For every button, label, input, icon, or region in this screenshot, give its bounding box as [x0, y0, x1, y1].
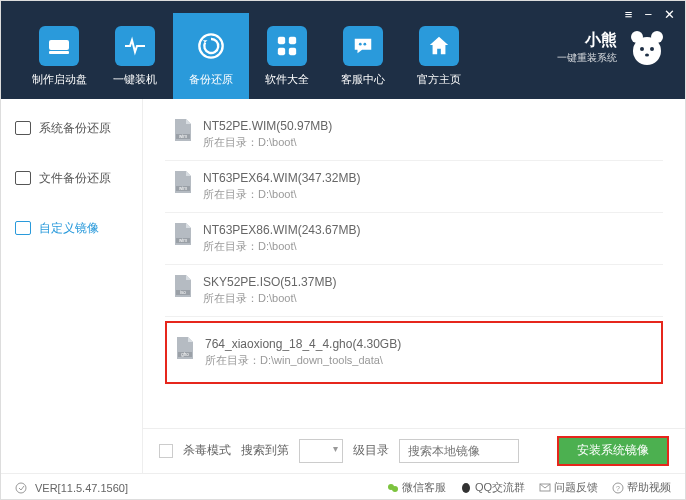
file-name: NT63PEX86.WIM(243.67MB)	[203, 223, 360, 237]
svg-text:wim: wim	[179, 238, 187, 243]
nav-backup-restore[interactable]: 备份还原	[173, 13, 249, 99]
svg-text:iso: iso	[180, 290, 186, 295]
nav-homepage[interactable]: 官方主页	[401, 13, 477, 99]
file-name: SKY52PE.ISO(51.37MB)	[203, 275, 336, 289]
brand-title: 小熊	[557, 30, 617, 51]
file-path: 所在目录：D:\win_down_tools_data\	[205, 353, 401, 368]
footer-link[interactable]: QQ交流群	[460, 480, 525, 495]
svg-point-28	[462, 483, 470, 493]
svg-text:wim: wim	[179, 134, 187, 139]
pulse-icon	[115, 26, 155, 66]
virus-mode-label: 杀毒模式	[183, 442, 231, 459]
file-path: 所在目录：D:\boot\	[203, 291, 336, 306]
file-name: NT52PE.WIM(50.97MB)	[203, 119, 332, 133]
svg-text:?: ?	[616, 485, 620, 492]
svg-point-7	[359, 42, 362, 45]
virus-mode-checkbox[interactable]	[159, 444, 173, 458]
file-path: 所在目录：D:\boot\	[203, 187, 360, 202]
level-select[interactable]	[299, 439, 343, 463]
minimize-button[interactable]: −	[644, 7, 652, 22]
file-type-icon: wim	[173, 119, 193, 141]
brand-subtitle: 一键重装系统	[557, 51, 617, 65]
grid-icon	[267, 26, 307, 66]
nav-label: 一键装机	[113, 72, 157, 87]
nav-label: 备份还原	[189, 72, 233, 87]
sidebar-item-custom-image[interactable]: 自定义镜像	[1, 203, 142, 253]
search-to-label: 搜索到第	[241, 442, 289, 459]
footer-link[interactable]: 问题反馈	[539, 480, 598, 495]
nav-support[interactable]: 客服中心	[325, 13, 401, 99]
nav-boot-disk[interactable]: 制作启动盘	[21, 13, 97, 99]
search-input[interactable]	[399, 439, 519, 463]
nav-label: 客服中心	[341, 72, 385, 87]
action-bar: 杀毒模式 搜索到第 级目录 安装系统镜像	[143, 428, 685, 472]
svg-rect-3	[278, 36, 285, 43]
footer-link[interactable]: 微信客服	[387, 480, 446, 495]
svg-point-8	[363, 42, 366, 45]
system-icon	[15, 121, 31, 135]
menu-button[interactable]: ≡	[625, 7, 633, 22]
file-type-icon: wim	[173, 223, 193, 245]
image-icon	[15, 221, 31, 235]
restore-icon	[191, 26, 231, 66]
sidebar-item-label: 系统备份还原	[39, 120, 111, 137]
svg-rect-0	[49, 40, 69, 50]
sidebar-item-label: 文件备份还原	[39, 170, 111, 187]
sidebar-item-label: 自定义镜像	[39, 220, 99, 237]
svg-point-27	[392, 486, 398, 492]
file-list: wim NT52PE.WIM(50.97MB) 所在目录：D:\boot\ wi…	[143, 99, 685, 473]
nav-one-click[interactable]: 一键装机	[97, 13, 173, 99]
file-type-icon: iso	[173, 275, 193, 297]
svg-point-25	[16, 483, 26, 493]
svg-rect-6	[289, 47, 296, 54]
level-label: 级目录	[353, 442, 389, 459]
install-button[interactable]: 安装系统镜像	[557, 436, 669, 466]
svg-rect-1	[49, 51, 69, 54]
footer-link-label: 微信客服	[402, 480, 446, 495]
file-path: 所在目录：D:\boot\	[203, 135, 332, 150]
version-text: VER[11.5.47.1560]	[35, 482, 128, 494]
file-item[interactable]: wim NT52PE.WIM(50.97MB) 所在目录：D:\boot\	[165, 109, 663, 161]
file-item[interactable]: gho 764_xiaoxiong_18_4_4.gho(4.30GB) 所在目…	[165, 321, 663, 384]
nav-label: 官方主页	[417, 72, 461, 87]
file-item[interactable]: wim NT63PEX86.WIM(243.67MB) 所在目录：D:\boot…	[165, 213, 663, 265]
svg-rect-4	[289, 36, 296, 43]
nav-label: 制作启动盘	[32, 72, 87, 87]
sidebar-item-system-backup[interactable]: 系统备份还原	[1, 103, 142, 153]
bear-icon	[627, 27, 667, 67]
sidebar-item-file-backup[interactable]: 文件备份还原	[1, 153, 142, 203]
file-type-icon: wim	[173, 171, 193, 193]
svg-text:gho: gho	[181, 352, 189, 357]
file-type-icon: gho	[175, 337, 195, 359]
nav-label: 软件大全	[265, 72, 309, 87]
svg-point-13	[650, 47, 654, 51]
footer-link-label: 帮助视频	[627, 480, 671, 495]
file-path: 所在目录：D:\boot\	[203, 239, 360, 254]
close-button[interactable]: ✕	[664, 7, 675, 22]
chat-icon	[343, 26, 383, 66]
version-icon	[15, 482, 27, 494]
svg-rect-5	[278, 47, 285, 54]
disk-icon	[39, 26, 79, 66]
home-icon	[419, 26, 459, 66]
file-name: NT63PEX64.WIM(347.32MB)	[203, 171, 360, 185]
svg-point-12	[640, 47, 644, 51]
svg-point-11	[633, 37, 661, 65]
footer-link-label: 问题反馈	[554, 480, 598, 495]
svg-point-14	[645, 54, 649, 57]
file-item[interactable]: wim NT63PEX64.WIM(347.32MB) 所在目录：D:\boot…	[165, 161, 663, 213]
file-name: 764_xiaoxiong_18_4_4.gho(4.30GB)	[205, 337, 401, 351]
footer-link[interactable]: ?帮助视频	[612, 480, 671, 495]
nav-software[interactable]: 软件大全	[249, 13, 325, 99]
svg-text:wim: wim	[179, 186, 187, 191]
file-item[interactable]: iso SKY52PE.ISO(51.37MB) 所在目录：D:\boot\	[165, 265, 663, 317]
footer-link-label: QQ交流群	[475, 480, 525, 495]
file-icon	[15, 171, 31, 185]
